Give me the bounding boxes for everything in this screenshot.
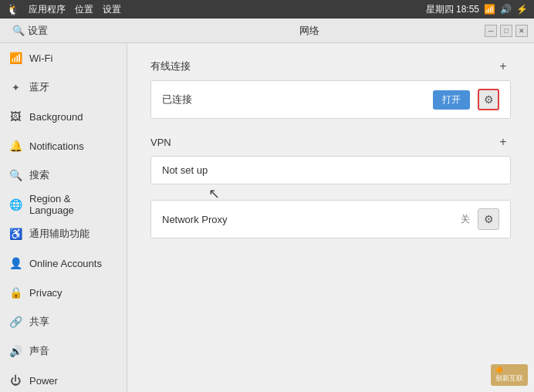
sidebar-label-online-accounts: Online Accounts: [29, 258, 102, 269]
sidebar-item-wifi[interactable]: 📶 Wi-Fi: [0, 43, 127, 73]
window-controls: ─ □ ✕: [485, 25, 528, 37]
wired-card: 已连接 打开 ⚙: [150, 80, 511, 119]
proxy-label: Network Proxy: [162, 214, 453, 225]
top-menu-left: 🐧 应用程序 位置 设置: [6, 3, 121, 16]
search-icon-title: 🔍: [12, 25, 25, 36]
proxy-section: Network Proxy 关 ⚙: [150, 200, 511, 238]
wired-toggle-button[interactable]: 打开: [433, 90, 470, 110]
main-content: 📶 Wi-Fi ✦ 蓝牙 🖼 Background 🔔 Notification…: [0, 43, 534, 392]
proxy-gear-button[interactable]: ⚙: [478, 208, 499, 230]
power-icon: ⚡: [516, 4, 528, 15]
sidebar-item-power[interactable]: ⏻ Power: [0, 366, 127, 392]
privacy-icon: 🔒: [9, 286, 22, 299]
background-icon: 🖼: [9, 110, 22, 123]
sidebar-item-sharing[interactable]: 🔗 共享: [0, 307, 127, 336]
sidebar-item-privacy[interactable]: 🔒 Privacy: [0, 278, 127, 307]
notifications-icon: 🔔: [9, 140, 22, 152]
watermark-text: 创新互联: [495, 374, 523, 382]
wired-connection-label: 已连接: [162, 93, 425, 106]
top-menu-right: 星期四 18:55 📶 🔊 ⚡: [426, 3, 528, 16]
wired-add-button[interactable]: +: [495, 59, 511, 74]
settings-window: 🔍 设置 网络 ─ □ ✕ 📶 Wi-Fi ✦: [0, 19, 534, 392]
wifi-icon: 📶: [9, 52, 22, 64]
sidebar-label-notifications: Notifications: [29, 140, 84, 152]
sidebar-label-search: 搜索: [29, 168, 49, 182]
network-icon: 📶: [484, 4, 495, 15]
menu-applications[interactable]: 应用程序: [29, 3, 66, 16]
sidebar-label-privacy: Privacy: [29, 287, 63, 299]
watermark: 🔶 创新互联: [491, 364, 528, 386]
maximize-button[interactable]: □: [500, 25, 512, 37]
sidebar-item-bluetooth[interactable]: ✦ 蓝牙: [0, 73, 127, 102]
wired-connection-row: 已连接 打开 ⚙: [151, 81, 510, 118]
settings-title-text: 设置: [28, 24, 48, 38]
vpn-not-setup-row: Not set up: [151, 157, 510, 184]
sidebar-item-online-accounts[interactable]: 👤 Online Accounts: [0, 248, 127, 278]
top-menu-bar: 🐧 应用程序 位置 设置 星期四 18:55 📶 🔊 ⚡: [0, 0, 534, 19]
sound-sidebar-icon: 🔊: [9, 345, 22, 357]
title-bar: 🔍 设置 网络 ─ □ ✕: [0, 19, 534, 43]
accessibility-icon: ♿: [9, 228, 22, 240]
app-icon: 🐧: [6, 3, 19, 16]
sidebar-item-accessibility[interactable]: ♿ 通用辅助功能: [0, 219, 127, 248]
vpn-section-title: VPN: [150, 137, 171, 148]
search-icon: 🔍: [9, 169, 22, 181]
sidebar-item-search[interactable]: 🔍 搜索: [0, 161, 127, 190]
wired-section: 有线连接 + 已连接 打开 ⚙: [150, 59, 511, 119]
sidebar-label-power: Power: [29, 375, 58, 387]
settings-label-left: 🔍 设置: [6, 24, 134, 38]
wired-section-header: 有线连接 +: [150, 59, 511, 74]
menu-settings[interactable]: 设置: [103, 3, 121, 16]
wired-gear-button[interactable]: ⚙: [478, 89, 499, 110]
vpn-section-header: VPN +: [150, 134, 511, 150]
region-icon: 🌐: [9, 198, 22, 211]
datetime: 星期四 18:55: [426, 3, 479, 16]
power-sidebar-icon: ⏻: [9, 374, 22, 387]
vpn-add-button[interactable]: +: [495, 134, 511, 150]
proxy-off-label: 关: [461, 213, 470, 226]
sound-icon: 🔊: [500, 4, 512, 15]
vpn-section: VPN + Not set up: [150, 134, 511, 184]
sidebar-item-background[interactable]: 🖼 Background: [0, 102, 127, 131]
sidebar-label-region: Region & Language: [29, 193, 117, 216]
sidebar-label-bluetooth: 蓝牙: [29, 80, 49, 94]
minimize-button[interactable]: ─: [485, 25, 497, 37]
proxy-card: Network Proxy 关 ⚙: [150, 200, 511, 238]
window-title-center: 网络: [134, 24, 485, 38]
right-panel: 有线连接 + 已连接 打开 ⚙ VPN +: [127, 43, 534, 392]
sidebar-label-wifi: Wi-Fi: [29, 52, 52, 64]
sidebar-label-sound: 声音: [29, 344, 49, 358]
sidebar-label-sharing: 共享: [29, 315, 49, 329]
sidebar-label-accessibility: 通用辅助功能: [29, 227, 90, 241]
menu-places[interactable]: 位置: [75, 3, 93, 16]
proxy-row: Network Proxy 关 ⚙: [151, 201, 510, 238]
sharing-icon: 🔗: [9, 316, 22, 328]
window-title: 网络: [299, 25, 319, 36]
online-accounts-icon: 👤: [9, 257, 22, 269]
wired-section-title: 有线连接: [150, 59, 191, 73]
sidebar-item-sound[interactable]: 🔊 声音: [0, 336, 127, 366]
bluetooth-icon: ✦: [9, 81, 22, 93]
watermark-logo: 🔶: [495, 367, 523, 373]
sidebar-label-background: Background: [29, 111, 83, 123]
vpn-not-setup-label: Not set up: [162, 164, 499, 176]
sidebar-item-notifications[interactable]: 🔔 Notifications: [0, 131, 127, 161]
vpn-card: Not set up: [150, 156, 511, 184]
sidebar: 📶 Wi-Fi ✦ 蓝牙 🖼 Background 🔔 Notification…: [0, 43, 127, 392]
sidebar-item-region[interactable]: 🌐 Region & Language: [0, 190, 127, 219]
close-button[interactable]: ✕: [515, 25, 528, 37]
